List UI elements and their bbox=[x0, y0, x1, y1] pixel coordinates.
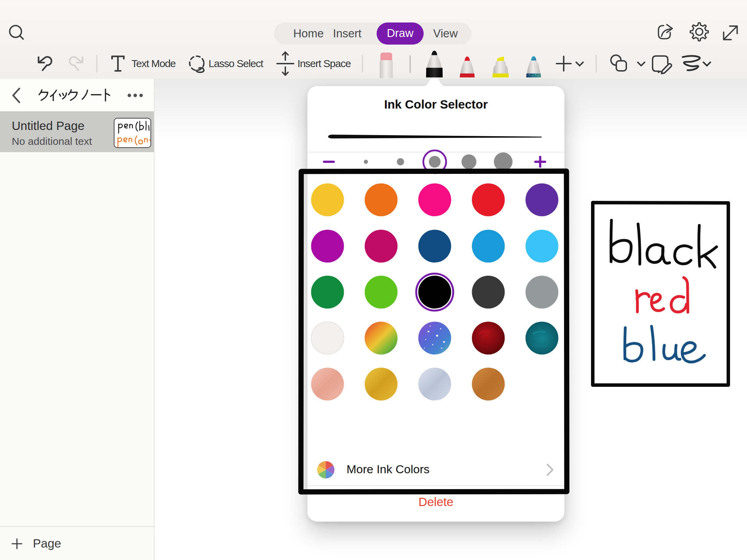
svg-text:Lasso Select: Lasso Select bbox=[209, 58, 264, 69]
svg-text:Text Mode: Text Mode bbox=[131, 58, 176, 69]
svg-text:Insert Space: Insert Space bbox=[297, 58, 351, 69]
